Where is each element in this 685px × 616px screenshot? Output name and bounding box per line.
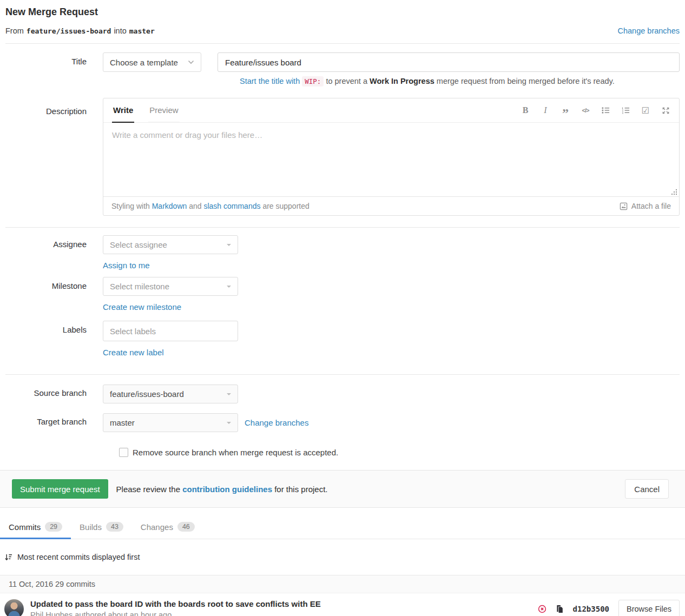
quote-icon[interactable]: ” — [561, 105, 570, 116]
image-icon — [620, 202, 628, 210]
source-branch-row: Source branch feature/issues-board — [0, 385, 685, 403]
choose-template-label: Choose a template — [110, 58, 178, 67]
commit-sha[interactable]: d12b3500 — [573, 605, 609, 613]
styling-prefix: Styling with — [111, 202, 150, 210]
tab-changes[interactable]: Changes 46 — [132, 514, 203, 539]
submit-bar: Submit merge request Please review the c… — [0, 470, 685, 508]
target-branch-row: Target branch master Change branches — [0, 413, 685, 432]
target-branch-name: master — [129, 27, 155, 35]
commit-author-line: Phil Hughes authored about an hour ago — [30, 611, 321, 616]
choose-template-dropdown[interactable]: Choose a template — [103, 52, 201, 72]
into-label: into — [114, 27, 126, 35]
description-textarea[interactable] — [103, 123, 679, 196]
styling-suffix: are supported — [262, 202, 309, 210]
create-milestone-link[interactable]: Create new milestone — [103, 302, 181, 312]
submit-note: Please review the contribution guideline… — [116, 485, 328, 494]
fullscreen-icon[interactable] — [661, 105, 670, 116]
caret-down-icon — [227, 244, 231, 246]
target-branch-label: Target branch — [5, 413, 103, 432]
copy-sha-icon[interactable] — [556, 605, 564, 613]
description-editor-header: Write Preview B I ” </> — [103, 98, 679, 123]
assign-to-me-link[interactable]: Assign to me — [103, 261, 150, 270]
sort-descending-icon — [4, 553, 12, 561]
bullet-list-icon[interactable] — [601, 105, 610, 116]
milestone-label: Milestone — [5, 277, 103, 312]
change-branches-link-top[interactable]: Change branches — [618, 27, 680, 35]
labels-label: Labels — [5, 321, 103, 357]
target-branch-value: master — [110, 418, 135, 427]
from-label: From — [5, 27, 24, 35]
attach-file-button[interactable]: Attach a file — [620, 202, 671, 210]
title-input[interactable] — [218, 52, 680, 72]
title-label: Title — [5, 52, 103, 72]
caret-down-icon — [227, 393, 231, 395]
markdown-link[interactable]: Markdown — [152, 202, 187, 210]
milestone-select[interactable]: Select milestone — [103, 277, 238, 296]
code-icon[interactable]: </> — [581, 105, 590, 116]
wip-hint-link[interactable]: Start the title with — [240, 77, 300, 85]
contribution-guidelines-link[interactable]: contribution guidelines — [182, 485, 272, 494]
commit-row: Updated to pass the board ID with the bo… — [0, 593, 685, 616]
description-editor: Write Preview B I ” </> — [103, 98, 680, 216]
editor-tabs: Write Preview — [112, 98, 194, 122]
remove-source-branch-label: Remove source branch when merge request … — [133, 448, 338, 457]
target-branch-select[interactable]: master — [103, 413, 238, 432]
tab-commits[interactable]: Commits 29 — [0, 514, 71, 539]
divider — [5, 374, 680, 375]
sort-note-text: Most recent commits displayed first — [17, 553, 140, 561]
browse-files-button[interactable]: Browse Files — [618, 600, 680, 616]
tab-builds-label: Builds — [80, 522, 102, 532]
assignee-select[interactable]: Select assignee — [103, 235, 238, 254]
assignee-row: Assignee Select assignee Assign to me — [0, 235, 685, 270]
tab-commits-label: Commits — [9, 522, 41, 532]
build-status-failed-icon[interactable] — [538, 605, 546, 613]
commit-info: Updated to pass the board ID with the bo… — [30, 599, 321, 616]
source-branch-value: feature/issues-board — [110, 389, 184, 399]
commit-message-link[interactable]: Updated to pass the board ID with the bo… — [30, 599, 321, 610]
labels-row: Labels Select labels Create new label — [0, 321, 685, 357]
tab-builds[interactable]: Builds 43 — [71, 514, 132, 539]
chevron-down-icon — [188, 60, 194, 64]
avatar[interactable] — [4, 599, 24, 616]
cancel-button[interactable]: Cancel — [625, 479, 669, 499]
description-body — [103, 123, 679, 196]
remove-source-branch-checkbox[interactable] — [119, 448, 128, 457]
numbered-list-icon[interactable] — [621, 105, 630, 116]
tab-preview[interactable]: Preview — [148, 98, 179, 123]
description-label: Description — [5, 98, 103, 216]
divider — [5, 227, 680, 228]
description-controls: Write Preview B I ” </> — [103, 98, 680, 216]
attach-file-label: Attach a file — [631, 202, 671, 210]
wip-hint-end: merge request from being merged before i… — [437, 77, 615, 85]
milestone-row: Milestone Select milestone Create new mi… — [0, 277, 685, 312]
source-branch-label: Source branch — [5, 385, 103, 403]
tab-write[interactable]: Write — [112, 98, 134, 123]
submit-merge-request-button[interactable]: Submit merge request — [12, 479, 108, 499]
note-prefix: Please review the — [116, 485, 180, 494]
source-branch-select[interactable]: feature/issues-board — [103, 385, 238, 403]
title-controls: Choose a template — [103, 52, 680, 72]
caret-down-icon — [227, 286, 231, 288]
create-label-link[interactable]: Create new label — [103, 348, 164, 357]
description-row: Description Write Preview B I ” </> — [0, 98, 685, 216]
wip-hint-bold: Work In Progress — [370, 77, 434, 85]
styling-and: and — [189, 202, 201, 210]
labels-placeholder: Select labels — [110, 327, 156, 336]
divider — [5, 43, 680, 44]
resize-grip[interactable] — [670, 188, 677, 195]
task-list-icon[interactable]: ☑ — [641, 105, 650, 116]
assignee-placeholder: Select assignee — [110, 240, 167, 249]
wip-hint: Start the title with WIP: to prevent a W… — [0, 77, 685, 85]
page-title: New Merge Request — [5, 6, 680, 18]
bold-icon[interactable]: B — [521, 105, 530, 116]
remove-source-branch-row: Remove source branch when merge request … — [0, 448, 685, 457]
commits-sort-note: Most recent commits displayed first — [4, 553, 685, 561]
header: New Merge Request From feature/issues-bo… — [0, 0, 685, 35]
labels-select[interactable]: Select labels — [103, 321, 238, 341]
change-branches-link-form[interactable]: Change branches — [245, 418, 308, 427]
slash-commands-link[interactable]: slash commands — [203, 202, 260, 210]
description-footer: Styling with Markdown and slash commands… — [103, 196, 679, 215]
title-row: Title Choose a template — [0, 52, 685, 72]
italic-icon[interactable]: I — [541, 105, 550, 116]
new-merge-request-page: New Merge Request From feature/issues-bo… — [0, 0, 685, 616]
